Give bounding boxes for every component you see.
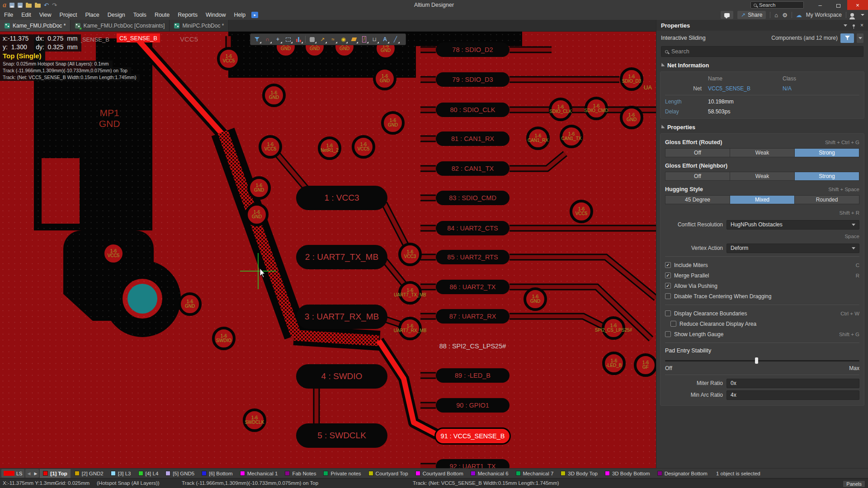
layer-tab--2-gnd2[interactable]: [2] GND2 — [71, 469, 107, 478]
checked-checkbox[interactable]: ✓ — [665, 272, 671, 278]
global-search-box[interactable]: Search — [750, 1, 804, 9]
slider-handle[interactable] — [755, 357, 758, 364]
connector-pad[interactable]: 91 : VCC5_SENSE_B — [436, 429, 509, 443]
differential-pair-icon[interactable]: ≈ — [328, 35, 338, 44]
section-net-information[interactable]: Net Information — [656, 60, 868, 71]
pad-entry-stability-slider[interactable] — [665, 357, 859, 364]
polygon-icon[interactable] — [349, 35, 359, 44]
measure-icon[interactable]: ⊔ — [370, 35, 379, 44]
menu-edit[interactable]: Edit — [17, 10, 35, 20]
scroll-left-icon[interactable]: ◀ — [27, 471, 30, 476]
pcb-canvas[interactable]: MP1 GND C5_SENSE_B VCC5_SENSE_B VCC5 UA … — [0, 32, 656, 468]
connector-pad[interactable]: 1 : VCC3 — [296, 186, 387, 210]
connector-pad[interactable]: 88 : SPI2_CS_LPS25# — [436, 339, 509, 353]
via-pad--led_b[interactable]: 1-6-LED_B — [602, 352, 626, 375]
connector-pad[interactable]: 84 : UART2_CTS — [436, 221, 509, 235]
via-pad-vcc5[interactable]: 1-6VCC5 — [102, 242, 125, 265]
menu-window[interactable]: Window — [202, 10, 230, 20]
net-name-link[interactable]: VCC5_SENSE_B — [708, 85, 783, 92]
component-icon[interactable] — [307, 35, 317, 44]
option-strong[interactable]: Strong — [795, 149, 859, 157]
via-pad-gnd[interactable]: 1-6GND — [262, 84, 286, 107]
via-pad-gnd[interactable]: 1-6GND — [620, 106, 643, 129]
menu-route[interactable]: Route — [151, 10, 174, 20]
connector-pad[interactable]: 87 : UART2_RX — [436, 309, 509, 324]
document-tab[interactable]: Kame_FMU.PcbDoc * — [0, 20, 71, 31]
select-area-icon[interactable] — [283, 35, 293, 44]
filter-dropdown-button[interactable] — [857, 33, 863, 43]
layer-tab--5-gnd5[interactable]: [5] GND5 — [162, 469, 198, 478]
menu-tools[interactable]: Tools — [129, 10, 151, 20]
layer-tab-fab-notes[interactable]: Fab Notes — [282, 469, 319, 478]
option-45-degree[interactable]: 45 Degree — [665, 196, 730, 204]
connector-pad[interactable]: 82 : CAN1_TX — [436, 161, 509, 176]
undo-icon[interactable]: ↶ — [44, 2, 49, 8]
text-icon[interactable]: A — [380, 35, 390, 44]
menu-reports[interactable]: Reports — [174, 10, 202, 20]
via-pad-gnd[interactable]: 1-6GND — [178, 292, 202, 316]
unchecked-checkbox[interactable] — [665, 310, 671, 316]
via-pad-sdio_clk[interactable]: 1-6SDIO_CLK — [549, 98, 572, 121]
connector-pad[interactable]: 92 : UART1_TX — [436, 459, 509, 468]
connector-pad[interactable]: 4 : SWDIO — [296, 364, 387, 389]
layer-tab-mechanical-1[interactable]: Mechanical 1 — [237, 469, 281, 478]
layer-tab-courtyard-top[interactable]: Courtyard Top — [365, 469, 411, 478]
chart-icon[interactable] — [294, 35, 303, 44]
connector-pad[interactable]: 90 : GPIO1 — [436, 398, 509, 413]
connector-pad[interactable]: 5 : SWDCLK — [296, 423, 387, 448]
move-icon[interactable]: + — [273, 35, 283, 44]
vertex-action-dropdown[interactable]: Deform — [726, 244, 859, 253]
via-pad-gf[interactable]: 1-6GF — [634, 353, 656, 377]
layer-tab-designator-bottom[interactable]: Designator Bottom — [654, 469, 711, 478]
connector-pad[interactable]: 85 : UART2_RTS — [436, 250, 509, 264]
section-properties[interactable]: Properties — [656, 122, 868, 133]
user-account-icon[interactable] — [850, 13, 854, 17]
layer-set-button[interactable]: LS — [1, 469, 24, 478]
connector-pad[interactable]: 89 : -LED_B — [436, 368, 509, 383]
panels-button[interactable]: Panels — [843, 480, 865, 488]
layer-tab--6-bottom[interactable]: [6] Bottom — [198, 469, 236, 478]
component-mp1[interactable]: MP1 GND — [87, 108, 132, 129]
minimize-button[interactable]: – — [811, 0, 829, 10]
miter-ratio-input[interactable]: 0x — [726, 379, 859, 388]
via-pad-vcc5[interactable]: 1-6VCC5 — [570, 200, 593, 223]
option-strong[interactable]: Strong — [795, 172, 859, 180]
min-arc-ratio-input[interactable]: 4x — [726, 390, 859, 400]
object-filter-button[interactable] — [840, 33, 854, 43]
open-icon[interactable] — [26, 4, 32, 8]
filter-icon[interactable] — [252, 35, 262, 44]
layer-tab--4-l4[interactable]: [4] L4 — [135, 469, 162, 478]
via-pad-sdio_cmd[interactable]: 1-6SDIO_CMD — [585, 97, 608, 120]
via-pad-sdio_d3[interactable]: 1-6SDIO_D3 — [620, 67, 643, 91]
layer-tab-mechanical-7[interactable]: Mechanical 7 — [513, 469, 557, 478]
comment-button[interactable] — [721, 11, 733, 19]
menu-view[interactable]: View — [35, 10, 56, 20]
via-pad-gnd[interactable]: 1-6GND — [247, 176, 271, 200]
connector-pad[interactable]: 79 : SDIO_D3 — [436, 72, 509, 87]
help-video-icon[interactable]: ▸ — [251, 12, 258, 18]
via-pad-netr1_2[interactable]: 1-6NetR1_2 — [318, 136, 341, 160]
magnet-icon[interactable]: ∩ — [263, 35, 272, 44]
via-pad-vcc3[interactable]: 1-6VCC3 — [398, 243, 422, 266]
redo-icon[interactable]: ↷ — [52, 2, 57, 8]
option-mixed[interactable]: Mixed — [730, 196, 795, 204]
user-dropdown-icon[interactable] — [861, 14, 864, 16]
layer-tab-3d-body-top[interactable]: 3D Body Top — [557, 469, 601, 478]
layer-tab-private-notes[interactable]: Private notes — [320, 469, 364, 478]
option-off[interactable]: Off — [665, 149, 730, 157]
via-pad-gnd[interactable]: 1-6GND — [381, 111, 405, 135]
layer-tab--1-top[interactable]: [1] Top — [40, 469, 70, 478]
via-pad-gnd[interactable]: 1-6GND — [524, 287, 547, 311]
connector-pad[interactable]: 81 : CAN1_RX — [436, 131, 509, 146]
via-pad-vcc5[interactable]: 1-6VCC5 — [352, 135, 375, 159]
option-weak[interactable]: Weak — [730, 172, 795, 180]
menu-design[interactable]: Design — [104, 10, 129, 20]
restore-button[interactable] — [829, 0, 847, 10]
workspace-label[interactable]: My Workspace — [806, 12, 842, 18]
option-off[interactable]: Off — [665, 172, 730, 180]
connector-pad[interactable]: 80 : SDIO_CLK — [436, 103, 509, 117]
via-pad-uart7_rx_mb[interactable]: 1-6UART7_RX_MB — [398, 317, 422, 340]
panel-menu-icon[interactable] — [844, 24, 847, 27]
line-icon[interactable]: ╱ — [391, 35, 400, 44]
save-icon[interactable] — [9, 3, 14, 8]
